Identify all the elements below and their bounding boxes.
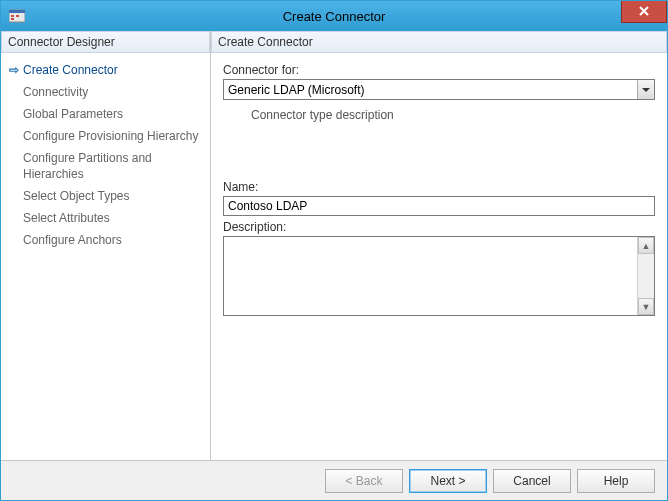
description-label: Description: — [223, 220, 655, 234]
nav-partitions-hierarchies[interactable]: Configure Partitions and Hierarchies — [5, 147, 206, 185]
next-button[interactable]: Next > — [409, 469, 487, 493]
nav-provisioning-hierarchy[interactable]: Configure Provisioning Hierarchy — [5, 125, 206, 147]
sidebar-nav: ⇨ Create Connector Connectivity Global P… — [1, 53, 210, 460]
scroll-up-icon[interactable]: ▲ — [638, 237, 654, 254]
scrollbar[interactable]: ▲ ▼ — [637, 237, 654, 315]
main-header: Create Connector — [211, 31, 667, 53]
description-wrap: ▲ ▼ — [223, 236, 655, 316]
connector-for-dropdown[interactable]: Generic LDAP (Microsoft) — [223, 79, 655, 100]
app-icon — [9, 8, 25, 24]
scroll-down-icon[interactable]: ▼ — [638, 298, 654, 315]
nav-label: Configure Anchors — [23, 232, 122, 248]
svg-rect-2 — [11, 15, 14, 17]
connector-type-description: Connector type description — [251, 108, 655, 122]
connector-for-value: Generic LDAP (Microsoft) — [224, 82, 637, 98]
nav-label: Configure Partitions and Hierarchies — [23, 150, 202, 182]
sidebar-header: Connector Designer — [1, 31, 210, 53]
name-input[interactable] — [223, 196, 655, 216]
nav-connectivity[interactable]: Connectivity — [5, 81, 206, 103]
nav-label: Global Parameters — [23, 106, 123, 122]
svg-rect-3 — [16, 15, 19, 17]
back-button: < Back — [325, 469, 403, 493]
cancel-button[interactable]: Cancel — [493, 469, 571, 493]
titlebar: Create Connector — [1, 1, 667, 31]
nav-anchors[interactable]: Configure Anchors — [5, 229, 206, 251]
footer: < Back Next > Cancel Help — [1, 461, 667, 501]
nav-label: Connectivity — [23, 84, 88, 100]
close-icon — [639, 4, 649, 19]
nav-attributes[interactable]: Select Attributes — [5, 207, 206, 229]
close-button[interactable] — [621, 1, 667, 23]
connector-for-label: Connector for: — [223, 63, 655, 77]
nav-label: Create Connector — [23, 62, 118, 78]
dropdown-button[interactable] — [637, 80, 654, 99]
nav-object-types[interactable]: Select Object Types — [5, 185, 206, 207]
nav-label: Select Object Types — [23, 188, 130, 204]
svg-rect-1 — [9, 10, 25, 13]
content-area: Connector Designer ⇨ Create Connector Co… — [1, 31, 667, 461]
nav-create-connector[interactable]: ⇨ Create Connector — [5, 59, 206, 81]
nav-label: Configure Provisioning Hierarchy — [23, 128, 198, 144]
nav-global-parameters[interactable]: Global Parameters — [5, 103, 206, 125]
name-label: Name: — [223, 180, 655, 194]
nav-label: Select Attributes — [23, 210, 110, 226]
description-input[interactable] — [224, 237, 637, 315]
chevron-down-icon — [642, 88, 650, 92]
sidebar: Connector Designer ⇨ Create Connector Co… — [1, 31, 211, 460]
svg-rect-4 — [11, 18, 14, 20]
main-body: Connector for: Generic LDAP (Microsoft) … — [211, 53, 667, 460]
help-button[interactable]: Help — [577, 469, 655, 493]
main-panel: Create Connector Connector for: Generic … — [211, 31, 667, 460]
current-step-arrow-icon: ⇨ — [9, 62, 23, 78]
window-title: Create Connector — [1, 9, 667, 24]
